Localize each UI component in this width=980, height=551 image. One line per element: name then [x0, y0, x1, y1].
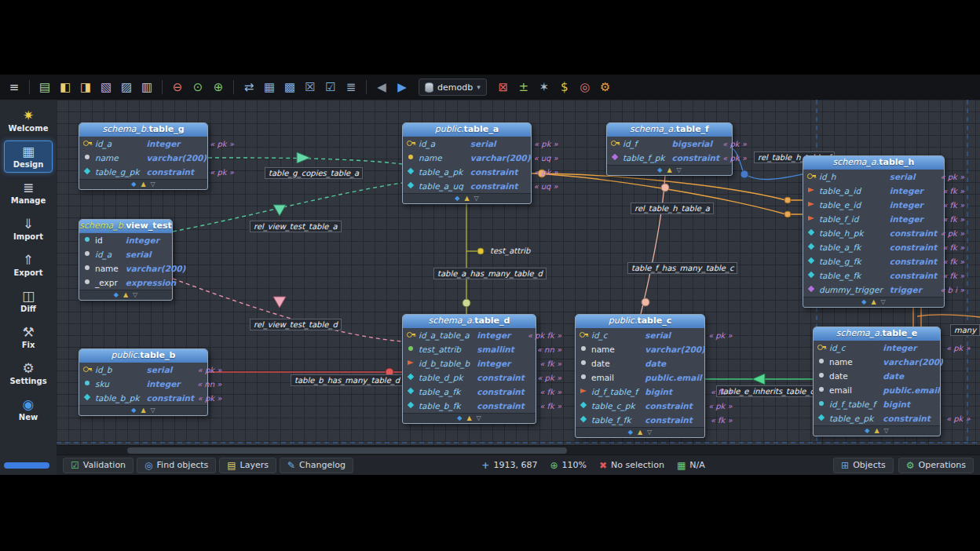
table-header[interactable]: schema_a.table_d [403, 315, 536, 328]
table-header[interactable]: schema_b.table_g [79, 123, 207, 137]
table-row-table_c_pk[interactable]: table_c_pkconstraint« pk » [576, 399, 737, 413]
table-row-id_a[interactable]: id_aserial« pk » [403, 137, 563, 151]
zoom-out-button[interactable]: ⊖ [168, 78, 187, 97]
table-row-id_c[interactable]: id_cinteger« pk » [814, 341, 975, 355]
table-row-date[interactable]: datedate [576, 356, 737, 370]
table-row-id_h[interactable]: id_hserial« pk » [803, 170, 969, 184]
relationship-label[interactable]: many [950, 324, 980, 336]
snap-to-grid-button[interactable]: ▩ [280, 78, 299, 97]
table-row-name[interactable]: namevarchar(200) [79, 151, 239, 165]
sidebar-item-new[interactable]: ◉New [4, 393, 53, 425]
table-row-id_f_table_f[interactable]: id_f_table_fbigint« fk » [576, 385, 737, 399]
design-canvas[interactable]: schema_b.table_gid_ainteger« pk »namevar… [57, 100, 980, 445]
print-model-button[interactable]: ▥ [137, 78, 156, 97]
statusbar-tab-layers[interactable]: ▤Layers [219, 458, 276, 473]
sidebar-item-export[interactable]: ⇑Export [4, 249, 53, 281]
compact-view-button[interactable]: ≣ [342, 78, 360, 97]
sidebar-scroll-indicator[interactable] [4, 462, 49, 469]
new-model-button[interactable]: ▤ [35, 78, 54, 97]
save-model-as-button[interactable]: ◨ [76, 78, 95, 97]
table-row-test_attrib[interactable]: test_attribsmallint« nn » [403, 342, 566, 356]
table-row-table_f_id[interactable]: table_f_idinteger« fk » [803, 212, 969, 226]
view-card-view_test[interactable]: schema_b.view_testidintegerid_aserialnam… [79, 219, 173, 301]
zoom-in-button[interactable]: ⊕ [209, 78, 228, 97]
table-card-table_g[interactable]: schema_b.table_gid_ainteger« pk »namevar… [79, 122, 208, 190]
table-header[interactable]: schema_a.table_h [803, 156, 944, 170]
table-row-sku[interactable]: skuinteger« nn » [79, 377, 226, 391]
sidebar-item-design[interactable]: ▦Design [4, 140, 53, 173]
table-row-id_f_table_f[interactable]: id_f_table_fbigint [814, 397, 975, 411]
relationship-label[interactable]: test_attrib [487, 246, 533, 256]
statusbar-tab-changelog[interactable]: ✎Changelog [280, 458, 353, 473]
table-row-id_f[interactable]: id_fbigserial« pk » [607, 137, 751, 151]
grid-view-button[interactable]: ▦ [260, 78, 279, 97]
export-model-button[interactable]: ▧ [97, 78, 115, 97]
sidebar-item-fix[interactable]: ⚒Fix [4, 321, 53, 353]
table-row-date[interactable]: datedate [814, 369, 975, 383]
table-card-table_e[interactable]: schema_a.table_eid_cinteger« pk »namevar… [813, 327, 941, 436]
save-model-button[interactable]: ◧ [56, 78, 75, 97]
table-row-email[interactable]: emailpublic.email [576, 370, 737, 385]
table-card-table_f[interactable]: schema_a.table_fid_fbigserial« pk »table… [606, 122, 733, 176]
table-header[interactable]: public.table_a [403, 123, 531, 137]
relationship-label[interactable]: rel_view_test_table_a [250, 221, 342, 232]
table-row-table_e_pk[interactable]: table_e_pkconstraint« pk » [814, 411, 975, 425]
table-row-table_d_pk[interactable]: table_d_pkconstraint« pk » [403, 370, 566, 385]
relationship-table_f-has-many-table_c[interactable] [641, 175, 669, 314]
sidebar-item-diff[interactable]: ◫Diff [4, 285, 53, 317]
export-image-button[interactable]: ▨ [117, 78, 136, 97]
table-row-dummy_trigger[interactable]: dummy_triggertrigger« b i » [803, 283, 969, 297]
table-card-table_d[interactable]: schema_a.table_did_a_table_ainteger« pk … [402, 314, 536, 424]
table-row-table_e_id[interactable]: table_e_idinteger« fk » [803, 198, 969, 212]
table-row-table_e_fk[interactable]: table_e_fkconstraint« fk » [803, 268, 969, 283]
objects-button[interactable]: ⊞Objects [833, 458, 894, 473]
relationship-label[interactable]: rel_view_test_table_d [250, 319, 342, 330]
table-card-table_h[interactable]: schema_a.table_hid_hserial« pk »table_a_… [803, 155, 945, 308]
operations-button[interactable]: ⚙Operations [898, 458, 974, 473]
model-selector[interactable]: demodb ▾ [419, 78, 487, 96]
table-header[interactable]: schema_a.table_e [814, 327, 940, 341]
main-menu-button[interactable]: ≡ [5, 78, 24, 97]
table-row-id_b_table_b[interactable]: id_b_table_binteger« fk » [403, 356, 566, 370]
table-row-name[interactable]: namevarchar(200) [576, 342, 737, 356]
table-row-table_a_fk[interactable]: table_a_fkconstraint« fk » [803, 240, 969, 254]
relationship-table_a-has-many-table_d[interactable] [463, 203, 484, 314]
table-header[interactable]: public.table_b [79, 349, 207, 363]
sidebar-item-manage[interactable]: ≣Manage [4, 177, 53, 209]
sidebar-item-settings[interactable]: ⚙Settings [4, 357, 53, 389]
table-header[interactable]: public.table_c [576, 315, 704, 328]
table-row-name[interactable]: namevarchar(200) [79, 261, 193, 276]
table-row-table_a_uq[interactable]: table_a_uqconstraint« uq » [403, 179, 563, 193]
table-row-id_c[interactable]: id_cserial« pk » [576, 328, 737, 342]
model-fix-button[interactable]: ✶ [535, 78, 554, 97]
table-row-email[interactable]: emailpublic.email [814, 383, 975, 397]
table-row-id_a[interactable]: id_aserial [79, 247, 193, 261]
statusbar-tab-find-objects[interactable]: ◎Find objects [137, 458, 216, 473]
relationship-label[interactable]: rel_table_h_table_a [631, 203, 714, 214]
statusbar-tab-validation[interactable]: ☑Validation [63, 458, 133, 473]
donate-button[interactable]: $ [555, 78, 574, 97]
table-row-table_b_pk[interactable]: table_b_pkconstraint« pk » [79, 391, 226, 405]
zoom-normal-button[interactable]: ⊙ [188, 78, 207, 97]
table-header[interactable]: schema_a.table_f [607, 123, 732, 137]
table-card-table_b[interactable]: public.table_bid_bserial« pk »skuinteger… [79, 348, 208, 416]
swap-objects-button[interactable]: ⇄ [240, 78, 258, 97]
nav-forward-button[interactable]: ▶ [393, 78, 411, 97]
model-diff-button[interactable]: ± [514, 78, 533, 97]
table-row-name[interactable]: namevarchar(200) [814, 355, 975, 369]
nav-back-button[interactable]: ◀ [372, 78, 391, 97]
scrollbar-thumb[interactable] [127, 447, 567, 454]
table-card-table_c[interactable]: public.table_cid_cserial« pk »namevarcha… [575, 314, 705, 438]
support-button[interactable]: ◎ [576, 78, 594, 97]
table-row-table_a_id[interactable]: table_a_idinteger« fk » [803, 184, 969, 198]
table-card-table_a[interactable]: public.table_aid_aserial« pk »namevarcha… [402, 122, 532, 204]
relationship-label[interactable]: table_a_has_many_table_d [433, 268, 547, 279]
table-row-table_b_fk[interactable]: table_b_fkconstraint« fk » [403, 399, 566, 413]
table-row-id_a_table_a[interactable]: id_a_table_ainteger« pk fk » [403, 328, 566, 342]
table-row-id[interactable]: idinteger [79, 233, 193, 247]
table-row-id_b[interactable]: id_bserial« pk » [79, 363, 226, 377]
table-row-table_a_pk[interactable]: table_a_pkconstraint« pk » [403, 165, 563, 179]
table-row-table_g_pk[interactable]: table_g_pkconstraint« pk » [79, 165, 239, 179]
sidebar-item-import[interactable]: ⇓Import [4, 213, 53, 245]
page-delimiters-button[interactable]: ☒ [301, 78, 320, 97]
